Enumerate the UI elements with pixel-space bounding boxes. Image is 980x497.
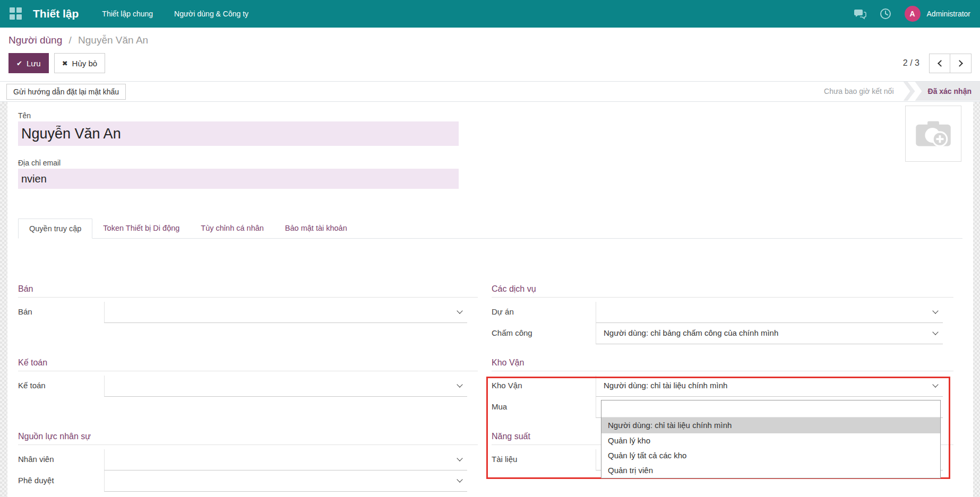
user-name[interactable]: Administrator	[927, 10, 970, 18]
accounting-select[interactable]	[104, 376, 467, 397]
tab-access-rights[interactable]: Quyền truy cập	[18, 219, 92, 239]
sheet-background: Tên Địa chỉ email Quyền truy cập Token T…	[0, 102, 980, 497]
nav-item-general-settings[interactable]: Thiết lập chung	[102, 10, 153, 18]
control-panel: Người dùng / Nguyễn Văn An ✔ Lưu ✖ Hủy b…	[0, 28, 980, 82]
user-avatar[interactable]: A	[905, 6, 921, 22]
email-label: Địa chỉ email	[18, 159, 962, 167]
inventory-select[interactable]: Người dùng: chỉ tài liệu chính mình	[596, 376, 943, 397]
field-row-inventory: Kho Vận Người dùng: chỉ tài liệu chính m…	[492, 376, 953, 397]
field-row-sales: Bán	[18, 302, 478, 323]
pager-previous-button[interactable]	[929, 54, 950, 73]
field-row-accounting: Kế toán	[18, 376, 478, 397]
discard-button[interactable]: ✖ Hủy bỏ	[54, 53, 105, 73]
nav-menu: Thiết lập chung Người dùng & Công ty	[102, 10, 248, 18]
breadcrumb-users-link[interactable]: Người dùng	[8, 34, 62, 46]
field-row-timesheets: Chấm công Người dùng: chỉ bảng chấm công…	[492, 323, 953, 344]
app-title[interactable]: Thiết lập	[33, 7, 79, 20]
section-title-services: Các dịch vụ	[492, 284, 953, 298]
breadcrumb-current: Nguyễn Văn An	[78, 34, 148, 46]
clock-icon[interactable]	[879, 7, 892, 20]
save-button[interactable]: ✔ Lưu	[8, 53, 49, 73]
status-never-connected[interactable]: Chưa bao giờ kết nối	[824, 82, 903, 101]
reset-password-button[interactable]: Gửi hướng dẫn đặt lại mật khẩu	[6, 84, 126, 100]
chevron-down-icon	[457, 476, 462, 482]
chevron-down-icon	[457, 381, 462, 387]
name-field-block: Tên	[18, 111, 962, 146]
avatar-upload-box[interactable]	[905, 106, 961, 162]
notebook-tabs: Quyền truy cập Token Thiết bị Di động Tù…	[18, 219, 962, 239]
statusbar: Chưa bao giờ kết nối Đã xác nhận	[824, 82, 980, 101]
user-form-sheet: Tên Địa chỉ email Quyền truy cập Token T…	[7, 102, 973, 497]
dropdown-option-all-warehouses[interactable]: Quản lý tất cả các kho	[601, 448, 940, 463]
breadcrumb: Người dùng / Nguyễn Văn An	[8, 34, 972, 46]
chevron-down-icon	[932, 308, 938, 313]
name-label: Tên	[18, 111, 962, 120]
section-title-inventory: Kho Vận	[492, 358, 953, 371]
field-row-approvals: Phê duyệt	[18, 470, 478, 492]
name-input[interactable]	[18, 121, 459, 146]
top-navbar: Thiết lập Thiết lập chung Người dùng & C…	[0, 0, 980, 28]
chat-icon[interactable]	[854, 7, 866, 20]
status-confirmed[interactable]: Đã xác nhận	[915, 82, 980, 101]
chevron-left-icon	[938, 60, 944, 67]
inventory-select-dropdown: Người dùng: chỉ tài liệu chính mình Quản…	[601, 400, 941, 478]
dropdown-option-user-own-documents[interactable]: Người dùng: chỉ tài liệu chính mình	[601, 417, 940, 433]
tab-preferences[interactable]: Tùy chỉnh cá nhân	[190, 219, 274, 238]
camera-plus-icon	[913, 113, 954, 154]
email-field-block: Địa chỉ email	[18, 159, 962, 189]
email-input[interactable]	[18, 169, 459, 189]
dropdown-option-administrator[interactable]: Quản trị viên	[601, 463, 940, 478]
apps-grid-icon[interactable]	[10, 7, 22, 20]
left-column: Bán Bán Kế toán Kế toán Nguồn lực nhân s…	[18, 284, 478, 492]
breadcrumb-separator: /	[69, 34, 72, 46]
pager-counter: 2 / 3	[903, 58, 919, 68]
timesheets-select[interactable]: Người dùng: chỉ bảng chấm công của chính…	[596, 323, 943, 344]
status-arrow-icon	[904, 82, 915, 101]
chevron-down-icon	[457, 455, 462, 461]
dropdown-option-blank[interactable]	[601, 400, 940, 417]
field-row-employee: Nhân viên	[18, 449, 478, 470]
chevron-down-icon	[932, 381, 938, 387]
sales-select[interactable]	[104, 302, 467, 323]
section-title-hr: Nguồn lực nhân sự	[18, 432, 478, 445]
chevron-down-icon	[932, 329, 938, 335]
section-title-sales: Bán	[18, 284, 478, 298]
x-icon: ✖	[62, 59, 68, 67]
nav-item-users-companies[interactable]: Người dùng & Công ty	[174, 10, 248, 18]
chevron-down-icon	[457, 308, 462, 313]
check-icon: ✔	[16, 59, 22, 67]
pager-next-button[interactable]	[950, 54, 972, 73]
chevron-right-icon	[956, 60, 963, 67]
dropdown-option-warehouse-manager[interactable]: Quản lý kho	[601, 433, 940, 448]
employee-select[interactable]	[104, 449, 467, 470]
tab-mobile-token[interactable]: Token Thiết bị Di động	[92, 219, 190, 238]
approvals-select[interactable]	[104, 470, 467, 492]
section-title-accounting: Kế toán	[18, 358, 478, 371]
form-statusbar: Gửi hướng dẫn đặt lại mật khẩu Chưa bao …	[0, 82, 980, 102]
project-select[interactable]	[596, 302, 943, 323]
field-row-project: Dự án	[492, 302, 953, 323]
tab-account-security[interactable]: Bảo mật tài khoản	[274, 219, 358, 238]
